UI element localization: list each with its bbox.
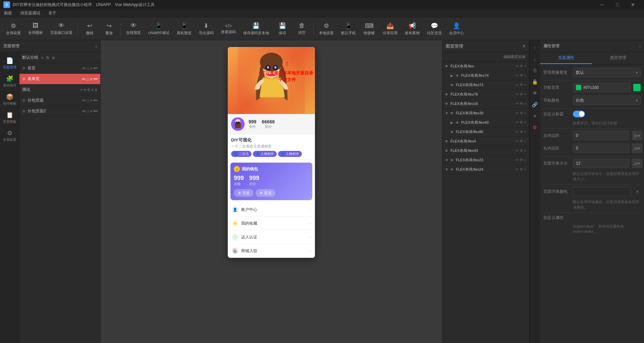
layer-flex74-eye[interactable]: 👁 xyxy=(520,73,523,78)
tool-share-app[interactable]: 📤 分享应用 xyxy=(379,21,401,37)
nav-bg-color-btn[interactable] xyxy=(633,84,641,91)
layer-flex23-close[interactable]: × xyxy=(524,158,526,162)
layer-flex24-edit[interactable]: ✏ xyxy=(516,167,519,172)
page-test-copy-icon[interactable]: ⎘ xyxy=(88,88,90,92)
group-expand-icon[interactable]: ∨ xyxy=(51,54,56,61)
layer-item-flex23[interactable]: ▼ ✥ FLEX布局:flex23 ✏ 👁 × xyxy=(442,156,529,165)
font-color-clear-btn[interactable]: × xyxy=(634,188,641,195)
menu-about[interactable]: 关于 xyxy=(47,10,58,17)
layer-flex74-close[interactable]: × xyxy=(524,73,526,78)
page-form-pencil-icon[interactable]: ✏ xyxy=(82,77,86,81)
layer-eye-icon[interactable]: 👁 xyxy=(520,64,523,68)
layer-flex76-close[interactable]: × xyxy=(524,92,526,97)
layer-item-flex73[interactable]: ✥ FLEX布局:flex73 ✏ 👁 × xyxy=(448,80,529,90)
layer-flex40-eye[interactable]: 👁 xyxy=(520,120,523,125)
page-sub2-square-icon[interactable]: □ xyxy=(87,109,89,114)
page-test-pencil-icon[interactable]: ✏ xyxy=(84,88,87,92)
layer-flex4-edit[interactable]: ✏ xyxy=(516,139,519,144)
layer-flex16-edit[interactable]: ✏ xyxy=(516,102,519,106)
layer-edit-icon[interactable]: ✏ xyxy=(516,64,519,68)
layer-item-flex76[interactable]: ✥ FLEX布局:flex76 ✏ 👁 × xyxy=(442,90,529,99)
unit-padding-left[interactable]: px ▾ xyxy=(632,131,642,140)
layer-flex16-eye[interactable]: 👁 xyxy=(520,102,523,106)
layer-flex73-edit[interactable]: ✏ xyxy=(516,83,519,87)
unit-padding-right[interactable]: px ▾ xyxy=(632,144,642,153)
prop-value-nav-color[interactable]: 白色 ▾ xyxy=(573,96,641,105)
group-add-icon[interactable]: + xyxy=(40,54,44,61)
layer-panel-close[interactable]: × xyxy=(523,43,526,49)
sidebar-item-page-templates[interactable]: 📋 页面模板 xyxy=(1,109,18,126)
layer-flex74-edit[interactable]: ✏ xyxy=(516,73,519,78)
page-sub1-close-icon[interactable]: × xyxy=(90,98,92,103)
page-item-form[interactable]: ✥ 表单页 ✏ □ × ••• xyxy=(19,74,100,84)
menu-merchant[interactable]: 🏪 商铺入驻 › xyxy=(228,244,315,258)
page-test-close-icon[interactable]: × xyxy=(91,88,94,92)
edge-lock-icon[interactable]: 🔒 xyxy=(530,77,540,87)
layer-flex24-eye[interactable]: 👁 xyxy=(520,167,523,172)
close-button[interactable]: ✕ xyxy=(625,0,641,9)
prop-value-bg-repeat[interactable]: 默认 ▾ xyxy=(573,68,641,77)
layer-item-flex[interactable]: ✥ FLEX布局:flex ✏ 👁 × xyxy=(442,62,529,71)
page-square-icon[interactable]: □ xyxy=(87,66,89,71)
layer-flex43-eye[interactable]: 👁 xyxy=(520,149,523,153)
toggle-custom-title[interactable] xyxy=(573,111,585,117)
tool-uniapp-debug[interactable]: 📱 UNIAPP调试 xyxy=(145,21,173,37)
edge-down-icon[interactable]: ↓ xyxy=(530,54,540,64)
edge-layers-icon[interactable]: ≡ xyxy=(530,111,540,121)
tool-community[interactable]: 💬 社区交流 xyxy=(424,21,445,37)
page-more-icon[interactable]: ••• xyxy=(93,66,98,71)
input-font-size[interactable] xyxy=(573,159,629,168)
menu-account-center[interactable]: 👤 账户中心 › xyxy=(228,203,315,217)
tool-export-code[interactable]: ⬇ 导出源码 xyxy=(196,21,217,37)
edge-eye-icon[interactable]: 👁 xyxy=(530,89,540,98)
page-item-sub2[interactable]: ✥ 分包页面2 ✏ □ × ••• xyxy=(19,106,100,117)
edge-up-icon[interactable]: ↑ xyxy=(530,43,540,52)
layer-flex39-eye[interactable]: 👁 xyxy=(520,111,523,115)
layer-flex76-edit[interactable]: ✏ xyxy=(516,92,519,97)
layer-close-icon[interactable]: × xyxy=(524,64,526,68)
input-padding-left[interactable] xyxy=(573,131,629,140)
minimize-button[interactable]: ─ xyxy=(594,0,610,9)
tool-default-phone[interactable]: 📱 默认手机 xyxy=(338,21,359,37)
layer-flex40-edit[interactable]: ✏ xyxy=(516,120,519,125)
menu-my-favorites[interactable]: ⭐ 我的收藏 › xyxy=(228,217,315,230)
menu-browser-debug[interactable]: 浏览器调试 xyxy=(19,10,42,17)
properties-expand-icon[interactable]: › xyxy=(639,44,641,49)
page-item-home[interactable]: ✥ 首页 ✏ □ × ••• xyxy=(19,63,100,74)
page-test-expand-icon[interactable]: ∨ xyxy=(95,88,98,92)
layer-item-flex4[interactable]: ✥ FLEX布局:flex4 ✏ 👁 × xyxy=(442,137,529,146)
prop-value-font-color[interactable] xyxy=(573,187,631,196)
layer-item-flex39[interactable]: ▼ ✥ FLEX布局:flex39 ✏ 👁 × xyxy=(442,109,529,118)
page-test-add-icon[interactable]: + xyxy=(80,88,83,92)
tool-view-source[interactable]: </> 查看源码 xyxy=(218,22,239,36)
page-form-more-icon[interactable]: ••• xyxy=(93,77,98,81)
layer-flex4-close[interactable]: × xyxy=(524,139,526,144)
sidebar-item-page-manager[interactable]: 📄 页面管理 xyxy=(1,55,18,72)
layer-item-flex74[interactable]: ▶ ✥ FLEX布局:flex74 ✏ 👁 × xyxy=(448,71,529,80)
page-item-test[interactable]: 测试 + ✏ ⎘ × ∨ xyxy=(19,84,100,95)
layer-item-flex43[interactable]: ✥ FLEX布局:flex43 ✏ 👁 × xyxy=(442,146,529,156)
layer-item-flex40[interactable]: ▶ ✥ FLEX布局:flex40 ✏ 👁 × xyxy=(448,118,529,127)
maximize-button[interactable]: □ xyxy=(610,0,625,9)
tool-member-center[interactable]: 👤 会员中心 xyxy=(446,21,467,37)
layer-flex95-eye[interactable]: 👁 xyxy=(520,130,523,134)
layer-flex24-close[interactable]: × xyxy=(524,167,526,172)
tool-page-interface[interactable]: 👁 页面接口设置 xyxy=(47,21,76,37)
tool-redo[interactable]: ↪ 重做 xyxy=(100,21,118,37)
edge-settings-icon[interactable]: ⚙ xyxy=(530,123,540,132)
tab-layer-management[interactable]: 图层管理 xyxy=(592,52,644,64)
tool-global-settings[interactable]: ⚙ 全局设置 xyxy=(3,21,24,37)
layer-flex40-close[interactable]: × xyxy=(524,120,526,125)
tool-global-icons[interactable]: 🖼 全局图标 xyxy=(25,21,46,37)
collapse-button[interactable]: › xyxy=(95,44,97,49)
prop-value-nav-bg[interactable]: #07c160 xyxy=(573,83,631,92)
group-copy-icon[interactable]: ⎘ xyxy=(46,54,50,61)
layer-flex39-edit[interactable]: ✏ xyxy=(516,111,519,115)
page-item-sub1[interactable]: ✥ 分包页面 ✏ □ × ••• xyxy=(19,95,100,106)
tool-real-preview[interactable]: 📱 真机预览 xyxy=(173,21,195,37)
layer-item-flex95[interactable]: ✥ FLEX布局:flex95 ✏ 👁 × xyxy=(448,127,529,137)
page-form-close-icon[interactable]: × xyxy=(90,77,92,81)
tool-online-preview[interactable]: 👁 在线预览 xyxy=(123,21,144,37)
layer-flex23-eye[interactable]: 👁 xyxy=(520,158,523,162)
unit-font-size[interactable]: px ▾ xyxy=(632,159,642,168)
